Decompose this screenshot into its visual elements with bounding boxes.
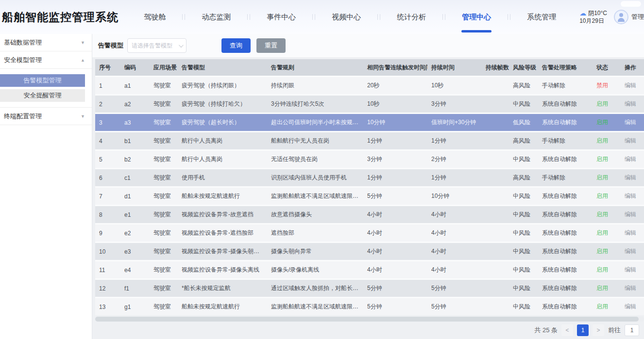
cell-risk: 中风险 [509,278,538,297]
cell-duration: 1分钟 [427,131,482,149]
cell-seq: 11 [95,260,120,278]
cell-model: 航行中人员离岗 [178,149,267,168]
user-menu[interactable]: 管理 [614,10,644,24]
user-avatar-icon [614,10,628,24]
table-row-4[interactable]: 4b1驾驶室航行中人员离岗船舶航行中无人员在岗1分钟1分钟高风险手动解除启用编辑 [95,131,644,149]
reset-button[interactable]: 重置 [256,38,286,53]
cell-seq: 10 [95,242,120,260]
cell-rule: 无适任驾驶员在岗 [267,149,363,168]
table-row-12[interactable]: 12f1驾驶室*船长未按规定监航通过区域触发人脸抓拍，对船长身份...5分钟5分… [95,278,644,297]
edit-link[interactable]: 编辑 [621,242,644,260]
edit-link[interactable]: 编辑 [621,168,644,186]
cell-risk: 中风险 [509,205,538,223]
cell-rule: 通过区域触发人脸抓拍，对船长身份... [267,278,363,297]
table-row-3[interactable]: 3a3驾驶室疲劳驾驶（超长时长）超出公司值班时间半小时未按规定交接10分钟值班时… [95,113,644,131]
cell-strategy: 系统自动解除 [538,242,593,260]
page-1-button[interactable]: 1 [577,324,589,336]
column-header: 应用场景 [150,59,178,76]
chevron-up-icon: ▲ [81,58,85,63]
nav-item-5[interactable]: 统计分析 [380,0,442,34]
table-row-11[interactable]: 11e4驾驶室视频监控设备异常-摄像头离线摄像头/录像机离线4小时4小时中风险系… [95,260,644,278]
column-header: 告警模型 [178,59,267,76]
cell-seq: 5 [95,149,120,168]
search-button[interactable]: 查询 [221,38,251,53]
table-row-7[interactable]: 7d1驾驶室船舶未按规定航速航行监测船舶航速不满足区域航速限制规定5分钟10分钟… [95,186,644,205]
prev-page-button[interactable]: < [561,324,573,336]
edit-link[interactable]: 编辑 [621,260,644,278]
cell-model: 视频监控设备异常-摄像头朝向异常 [178,242,267,260]
main-content: 告警模型 请选择告警模型 查询 重置 序号编码应用场景告警模型告警规则相同告警连… [92,34,644,339]
table-row-1[interactable]: 1a1驾驶室疲劳驾驶（持续闭眼）持续闭眼20秒10秒高风险手动解除禁用编辑 [95,76,644,94]
sidebar-item-active[interactable]: 告警模型管理 [0,74,85,87]
cell-rule: 超出公司值班时间半小时未按规定交接 [267,113,363,131]
cell-duration: 10分钟 [427,186,482,205]
weather-condition: 阴10°C [588,9,607,17]
alarm-model-select[interactable]: 请选择告警模型 [127,38,186,53]
scrollbar-thumb[interactable] [95,317,639,322]
edit-link[interactable]: 编辑 [621,76,644,94]
sidebar-group-3[interactable]: 终端配置管理▼ [0,108,92,125]
sidebar-item-inactive[interactable]: 安全提醒管理 [0,89,85,102]
cell-duration: 1分钟 [427,168,482,186]
cell-status: 启用 [593,186,621,205]
cell-rule: 摄像头朝向异常 [267,242,363,260]
goto-page-input[interactable] [625,324,639,336]
cell-risk: 中风险 [509,260,538,278]
table-row-10[interactable]: 10e3驾驶室视频监控设备异常-摄像头朝向异常摄像头朝向异常4小时4小时中风险系… [95,242,644,260]
cell-frames [482,223,509,242]
nav-item-1[interactable]: 驾驶舱 [127,0,182,34]
cell-duration: 4小时 [427,260,482,278]
nav-item-6[interactable]: 管理中心 [445,0,508,34]
nav-item-2[interactable]: 动态监测 [185,0,247,34]
cell-scene: 驾驶室 [150,149,178,168]
edit-link[interactable]: 编辑 [621,205,644,223]
edit-link[interactable]: 编辑 [621,113,644,131]
edit-link[interactable]: 编辑 [621,94,644,113]
edit-link[interactable]: 编辑 [621,278,644,297]
table-row-5[interactable]: 5b2驾驶室航行中人员离岗无适任驾驶员在岗3分钟2分钟中风险系统自动解除启用编辑 [95,149,644,168]
cell-duration: 4小时 [427,205,482,223]
edit-link[interactable]: 编辑 [621,223,644,242]
cell-model: 疲劳驾驶（超长时长） [178,113,267,131]
cell-model: 视频监控设备异常-摄像头离线 [178,260,267,278]
cell-frames [482,94,509,113]
cell-scene: 驾驶室 [150,186,178,205]
cell-interval: 3分钟 [363,149,427,168]
cell-rule: 监测船舶航速不满足区域航速限制规定 [267,297,363,315]
nav-item-4[interactable]: 视频中心 [315,0,377,34]
cell-interval: 1分钟 [363,131,427,149]
cell-duration: 2分钟 [427,149,482,168]
cell-frames [482,131,509,149]
edit-link[interactable]: 编辑 [621,186,644,205]
cell-code: a3 [120,113,150,131]
table-row-13[interactable]: 13g1驾驶室船舶未按规定航速航行监测船舶航速不满足区域航速限制规定5分钟5分钟… [95,297,644,315]
cell-scene: 驾驶室 [150,113,178,131]
edit-link[interactable]: 编辑 [621,149,644,168]
table-row-9[interactable]: 9e2驾驶室视频监控设备异常-遮挡脸部遮挡脸部4小时4小时中风险系统自动解除启用… [95,223,644,242]
nav-item-3[interactable]: 事件中心 [250,0,312,34]
edit-link[interactable]: 编辑 [621,131,644,149]
cell-risk: 高风险 [509,168,538,186]
cell-frames [482,149,509,168]
table-row-8[interactable]: 8e1驾驶室视频监控设备异常-故意遮挡故意遮挡摄像头4小时4小时中风险系统自动解… [95,205,644,223]
horizontal-scrollbar[interactable] [95,317,644,322]
select-placeholder: 请选择告警模型 [132,42,172,50]
cell-frames [482,242,509,260]
column-header: 告警处理策略 [538,59,593,76]
table-row-6[interactable]: 6c1驾驶室使用手机识别区域内值班人员使用手机1分钟1分钟高风险手动解除启用编辑 [95,168,644,186]
app-header: 船舶智能监控管理系统 驾驶舱动态监测事件中心视频中心统计分析管理中心系统管理 ☁… [0,0,644,34]
table-row-2[interactable]: 2a2驾驶室疲劳驾驶（持续打哈欠）3分钟连续打哈欠5次10秒3分钟中风险系统自动… [95,94,644,113]
edit-link[interactable]: 编辑 [621,297,644,315]
cell-code: e1 [120,205,150,223]
cell-duration: 4小时 [427,223,482,242]
sidebar-group-2[interactable]: 安全模型管理▲ [0,51,92,69]
cell-strategy: 系统自动解除 [538,94,593,113]
sidebar-group-1[interactable]: 基础数据管理▼ [0,34,92,51]
cloud-icon: ☁ [579,9,586,17]
cell-risk: 中风险 [509,94,538,113]
cell-model: 船舶未按规定航速航行 [178,297,267,315]
cell-status: 启用 [593,242,621,260]
cell-interval: 10秒 [363,94,427,113]
next-page-button[interactable]: > [593,324,604,336]
nav-item-7[interactable]: 系统管理 [510,0,573,34]
